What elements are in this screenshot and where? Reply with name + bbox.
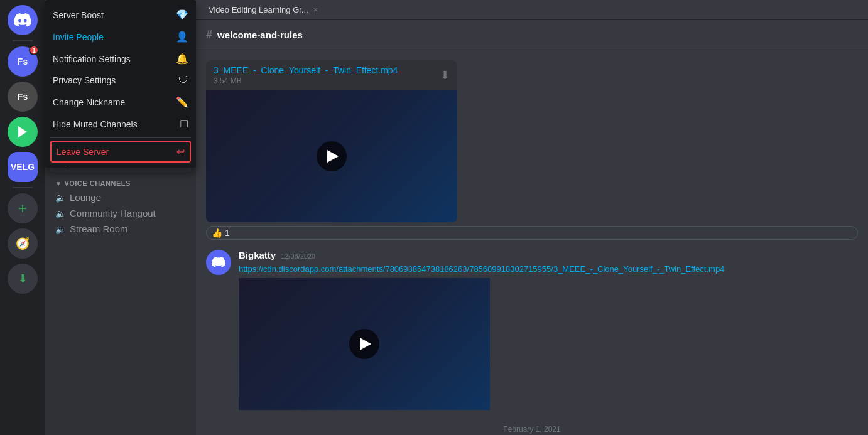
shield-icon: 🛡 <box>178 75 188 86</box>
video-preview-2[interactable] <box>239 278 490 410</box>
channel-sidebar: Server Boost 💎 Invite People 👤 Notificat… <box>45 0 196 435</box>
server-label: Fs <box>18 92 28 102</box>
invite-people-label: Invite People <box>53 32 104 42</box>
voice-channels-section: ▼ VOICE CHANNELS 🔈 Lounge 🔈 Community Ha… <box>45 177 196 237</box>
stream-room-label: Stream Room <box>70 223 128 234</box>
attachment-header: 3_MEEE_-_Clone_Yourself_-_Twin_Effect.mp… <box>206 60 457 90</box>
community-hangout-label: Community Hangout <box>70 208 156 218</box>
change-nickname-label: Change Nickname <box>53 97 125 107</box>
leave-icon: ↩ <box>176 146 185 158</box>
server-boost-label: Server Boost <box>53 10 104 20</box>
channel-name-label: welcome-and-rules <box>217 30 303 40</box>
divider-line-left <box>206 429 496 430</box>
message-content-bigkatty: Bigkatty 12/08/2020 https://cdn.discorda… <box>239 250 858 410</box>
hide-muted-channels-item[interactable]: Hide Muted Channels ☐ <box>45 113 196 135</box>
boost-icon: 💎 <box>176 9 188 21</box>
svg-marker-0 <box>18 126 27 137</box>
active-tab[interactable]: Video Editing Learning Gr... × <box>203 3 323 17</box>
tab-title: Video Editing Learning Gr... <box>209 5 308 14</box>
voice-channels-category[interactable]: ▼ VOICE CHANNELS <box>45 177 196 190</box>
lounge-channel[interactable]: 🔈 Lounge <box>50 190 191 205</box>
author-line: Bigkatty 12/08/2020 <box>239 250 858 260</box>
message-link[interactable]: https://cdn.discordapp.com/attachments/7… <box>239 264 724 274</box>
notification-badge: 1 <box>29 45 39 55</box>
messages-area[interactable]: 3_MEEE_-_Clone_Yourself_-_Twin_Effect.mp… <box>196 50 868 435</box>
server-list: Fs 1 Fs VELG + 🧭 ⬇ <box>0 0 45 435</box>
privacy-settings-item[interactable]: Privacy Settings 🛡 <box>45 70 196 91</box>
server-label: Fs <box>18 56 28 67</box>
window-tab: Video Editing Learning Gr... × <box>196 0 868 20</box>
hide-muted-channels-label: Hide Muted Channels <box>53 119 138 129</box>
invite-people-item[interactable]: Invite People 👤 <box>45 26 196 48</box>
privacy-settings-label: Privacy Settings <box>53 75 116 85</box>
stream-room-channel[interactable]: 🔈 Stream Room <box>50 221 191 237</box>
attachment-card: 3_MEEE_-_Clone_Yourself_-_Twin_Effect.mp… <box>206 60 457 222</box>
discover-button[interactable]: 🧭 <box>8 228 38 259</box>
tab-close-button[interactable]: × <box>313 6 318 14</box>
date-label: February 1, 2021 <box>503 425 560 434</box>
server-icon-green[interactable] <box>8 117 38 147</box>
attachment-filesize: 3.54 MB <box>214 77 398 85</box>
menu-divider <box>50 137 191 138</box>
speaker-icon: 🔈 <box>55 224 66 234</box>
category-chevron: ▼ <box>55 180 62 187</box>
message-timestamp: 12/08/2020 <box>281 252 315 260</box>
server-divider <box>13 40 33 41</box>
reaction-count: 1 <box>225 228 230 238</box>
leave-server-item[interactable]: Leave Server ↩ <box>50 141 191 163</box>
server-icon-fs2[interactable]: Fs <box>8 82 38 112</box>
play-button-2[interactable] <box>349 329 379 359</box>
reaction-emoji: 👍 <box>212 228 222 238</box>
download-button[interactable]: ⬇ <box>8 264 38 294</box>
voice-channels-label: VOICE CHANNELS <box>64 180 130 187</box>
server-context-menu: Server Boost 💎 Invite People 👤 Notificat… <box>45 0 196 168</box>
lounge-label: Lounge <box>70 192 101 203</box>
channel-name-header: # welcome-and-rules <box>206 28 303 41</box>
message-group-2: Bigkatty 12/08/2020 https://cdn.discorda… <box>206 250 858 410</box>
server-divider-2 <box>13 187 33 188</box>
author-name: Bigkatty <box>239 250 276 260</box>
discord-home-button[interactable] <box>8 5 38 35</box>
notification-settings-item[interactable]: Notification Settings 🔔 <box>45 48 196 70</box>
checkbox-icon: ☐ <box>180 118 188 130</box>
play-button[interactable] <box>317 141 347 171</box>
server-icon-velg[interactable]: VELG <box>8 152 38 182</box>
bell-icon: 🔔 <box>176 53 188 65</box>
reaction-thumbsup[interactable]: 👍 1 <box>206 226 858 240</box>
message-group-1: 3_MEEE_-_Clone_Yourself_-_Twin_Effect.mp… <box>206 60 858 240</box>
speaker-icon: 🔈 <box>55 193 66 203</box>
speaker-icon: 🔈 <box>55 208 66 218</box>
add-server-button[interactable]: + <box>8 193 38 223</box>
notification-settings-label: Notification Settings <box>53 54 131 64</box>
attachment-filename: 3_MEEE_-_Clone_Yourself_-_Twin_Effect.mp… <box>214 65 398 75</box>
main-content: Video Editing Learning Gr... × # welcome… <box>196 0 868 435</box>
download-icon[interactable]: ⬇ <box>440 68 450 82</box>
channel-hash-icon: # <box>206 28 212 41</box>
server-label: VELG <box>11 162 35 172</box>
video-preview-1[interactable] <box>206 90 457 222</box>
community-hangout-channel[interactable]: 🔈 Community Hangout <box>50 205 191 221</box>
change-nickname-item[interactable]: Change Nickname ✏️ <box>45 91 196 113</box>
avatar-bigkatty <box>206 250 231 275</box>
leave-server-label: Leave Server <box>57 147 109 157</box>
server-boost-item[interactable]: Server Boost 💎 <box>45 4 196 26</box>
top-bar: # welcome-and-rules <box>196 20 868 50</box>
server-icon-fs1[interactable]: Fs 1 <box>8 46 38 77</box>
invite-icon: 👤 <box>176 31 188 43</box>
pencil-icon: ✏️ <box>176 96 188 108</box>
divider-line-right <box>568 429 858 430</box>
date-divider: February 1, 2021 <box>206 425 858 434</box>
